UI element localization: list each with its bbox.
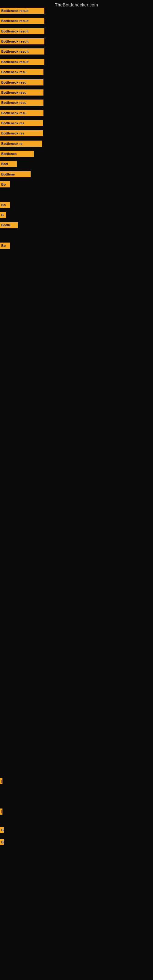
bottleneck-bar: Bottleneck resu [0, 69, 43, 75]
bottleneck-bar: | [0, 778, 2, 784]
bottleneck-bar: B [0, 827, 4, 833]
bottleneck-bar: Bo [0, 181, 10, 188]
bottleneck-bar: Bottleneck result [0, 8, 45, 14]
bottleneck-bar: Bottleneck resu [0, 79, 43, 86]
bottleneck-bar: | [0, 808, 2, 815]
bottleneck-bar: Bottleneck re [0, 140, 42, 147]
bottleneck-bar: Bottleneck result [0, 28, 45, 34]
bottleneck-bar: B [0, 212, 6, 218]
bottleneck-bar: Bo [0, 202, 10, 208]
bottleneck-bar: Bo [0, 243, 10, 249]
bottleneck-bar: Bottleneck result [0, 38, 45, 45]
bottleneck-bar: Bottleneck resu [0, 100, 43, 106]
bottleneck-bar: Bottlenec [0, 151, 33, 157]
bottleneck-bar: Bottle [0, 222, 18, 228]
bottleneck-bar: Bottleneck resu [0, 110, 43, 116]
bottleneck-bar: Bottleneck result [0, 59, 45, 65]
bottleneck-bar: Bottleneck result [0, 48, 45, 54]
bottleneck-bar: Bottlene [0, 171, 30, 177]
bottleneck-bar: Bott [0, 161, 17, 167]
bottleneck-bar: Bottleneck resu [0, 89, 43, 95]
bottleneck-bar: Bottleneck res [0, 120, 43, 126]
bottleneck-bar: B [0, 839, 4, 845]
bottleneck-bar: Bottleneck result [0, 18, 45, 24]
bottleneck-bar: Bottleneck res [0, 130, 43, 136]
